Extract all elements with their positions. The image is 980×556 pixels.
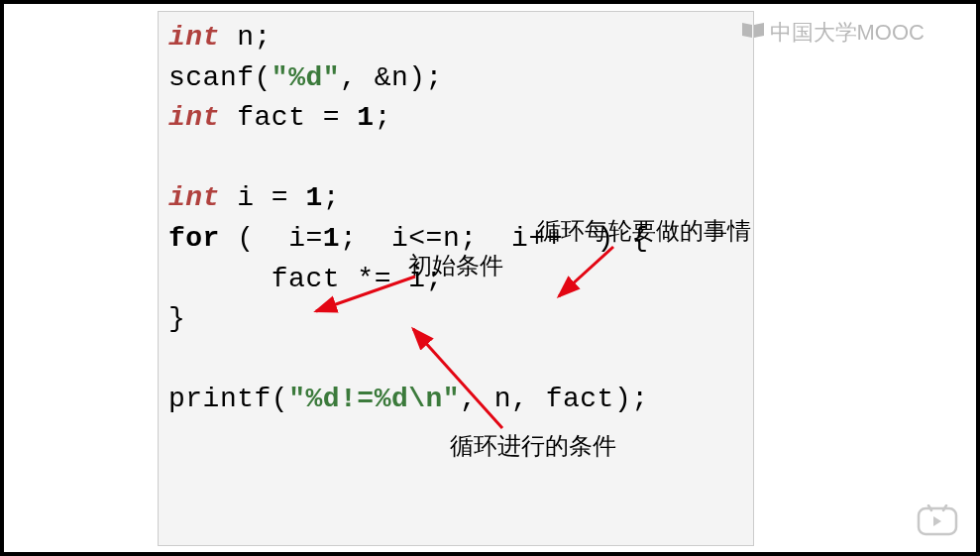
book-icon xyxy=(740,20,766,46)
string-literal: "%d" xyxy=(272,62,340,93)
watermark: 中国大学MOOC xyxy=(740,18,925,48)
code-line-4: int fact = 1; xyxy=(168,98,743,139)
annotation-cond: 循环进行的条件 xyxy=(450,430,616,462)
play-icon xyxy=(917,504,958,536)
keyword-int: int xyxy=(168,182,220,213)
code-line-3: scanf("%d", &n); xyxy=(168,58,743,99)
code-line-10 xyxy=(168,340,743,381)
annotation-init: 初始条件 xyxy=(408,250,503,281)
string-literal: "%d!=%d\n" xyxy=(288,384,460,414)
code-line-9: } xyxy=(168,299,743,340)
keyword-int: int xyxy=(168,22,220,53)
code-line-6: int i = 1; xyxy=(168,178,743,219)
code-line-5 xyxy=(168,139,743,179)
code-line-1: int n; xyxy=(168,18,743,58)
annotation-body: 循环每轮要做的事情 xyxy=(537,215,751,247)
watermark-text: 中国大学MOOC xyxy=(770,18,925,48)
keyword-for: for xyxy=(168,223,220,254)
keyword-int: int xyxy=(168,102,220,133)
code-line-11: printf("%d!=%d\n", n, fact); xyxy=(168,380,743,420)
